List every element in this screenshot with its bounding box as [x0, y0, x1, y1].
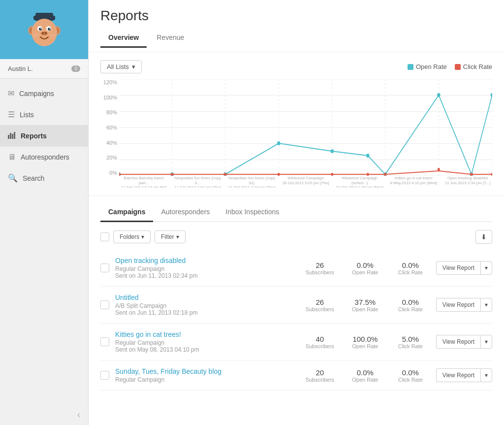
- open-rate-legend: Open Rate: [408, 63, 447, 70]
- sidebar: Austin L. 0 ✉ Campaigns ☰ Lists Reports …: [0, 0, 89, 425]
- sidebar-user[interactable]: Austin L. 0: [0, 59, 88, 79]
- row-checkbox-2[interactable]: [100, 337, 109, 346]
- subscribers-value-0: 26: [300, 261, 340, 269]
- list-tab-autoresponders[interactable]: Autoresponders: [153, 204, 218, 222]
- click-rate-label-1: Click Rate: [391, 306, 430, 312]
- open-rate-label-2: Open Rate: [346, 343, 385, 349]
- campaign-open-rate-3: 0.0% Open Rate: [346, 368, 385, 383]
- page-header: Reports Overview Revenue: [89, 0, 504, 52]
- svg-point-40: [277, 141, 281, 145]
- view-report-chevron-icon-1: ▾: [485, 301, 488, 308]
- all-lists-label: All Lists: [107, 63, 129, 70]
- view-report-main-0[interactable]: View Report: [436, 261, 480, 275]
- campaigns-icon: ✉: [8, 89, 14, 98]
- table-row: Open tracking disabled Regular Campaign …: [100, 250, 492, 287]
- open-rate-label: Open Rate: [416, 63, 447, 70]
- campaign-name-1[interactable]: Untitled: [115, 294, 294, 301]
- chart-y-labels: 120% 100% 80% 60% 40% 20% 0%: [100, 79, 119, 176]
- user-name: Austin L.: [8, 65, 33, 72]
- tab-overview[interactable]: Overview: [100, 30, 147, 48]
- campaign-type-2: Regular Campaign: [115, 339, 294, 346]
- download-button[interactable]: ⬇: [475, 230, 492, 244]
- open-rate-value-2: 100.0%: [346, 335, 385, 343]
- row-checkbox-0[interactable]: [100, 263, 109, 272]
- campaign-info-3: Sunday, Tues, Friday Becauty blog Regula…: [115, 367, 294, 383]
- filter-label: Filter: [161, 233, 174, 240]
- svg-point-14: [41, 32, 48, 35]
- svg-point-54: [438, 168, 440, 171]
- view-report-chevron-icon-2: ▾: [485, 338, 488, 345]
- chart-container: 120% 100% 80% 60% 40% 20% 0%: [100, 79, 492, 188]
- campaign-date-0: Sent on Jun 11, 2013 02:34 pm: [115, 272, 294, 279]
- subscribers-value-2: 40: [300, 335, 340, 343]
- campaign-subscribers-1: 26 Subscribers: [300, 298, 340, 312]
- reports-icon: [8, 131, 16, 141]
- view-report-main-3[interactable]: View Report: [436, 368, 480, 382]
- view-report-arrow-0[interactable]: ▾: [480, 261, 492, 275]
- page-title: Reports: [100, 8, 492, 24]
- row-checkbox-1[interactable]: [100, 300, 109, 309]
- sidebar-item-autoresponders[interactable]: 🖥 Autoresponders: [0, 147, 88, 167]
- open-rate-value-3: 0.0%: [346, 368, 385, 377]
- view-report-btn-1: View Report ▾: [436, 298, 492, 312]
- sidebar-nav: ✉ Campaigns ☰ Lists Reports 🖥 Autorespon…: [0, 79, 88, 405]
- click-rate-label-0: Click Rate: [391, 269, 430, 275]
- campaign-name-2[interactable]: Kitties go in cat trees!: [115, 330, 294, 338]
- subscribers-label-2: Subscribers: [300, 343, 340, 349]
- subscribers-label-0: Subscribers: [300, 269, 340, 275]
- tab-revenue[interactable]: Revenue: [149, 30, 192, 48]
- open-rate-dot: [408, 64, 413, 70]
- sidebar-item-campaigns[interactable]: ✉ Campaigns: [0, 83, 88, 104]
- click-rate-label-3: Click Rate: [391, 377, 430, 383]
- campaign-info-1: Untitled A/B Split Campaign Sent on Jun …: [115, 294, 294, 316]
- svg-rect-22: [14, 132, 15, 139]
- sidebar-item-label: Autoresponders: [21, 153, 69, 161]
- campaign-type-1: A/B Split Campaign: [115, 302, 294, 309]
- campaign-subscribers-2: 40 Subscribers: [300, 335, 340, 349]
- chart-legend: Open Rate Click Rate: [408, 63, 492, 70]
- svg-point-10: [39, 28, 42, 31]
- view-report-main-1[interactable]: View Report: [436, 298, 480, 312]
- campaign-name-0[interactable]: Open tracking disabled: [115, 257, 294, 264]
- list-toolbar: Folders ▾ Filter ▾ ⬇: [100, 230, 492, 244]
- folders-chevron-icon: ▾: [141, 233, 144, 240]
- sidebar-item-lists[interactable]: ☰ Lists: [0, 104, 88, 125]
- campaign-date-2: Sent on May 08, 2013 04:10 pm: [115, 346, 294, 353]
- sidebar-item-search[interactable]: 🔍 Search: [0, 167, 88, 189]
- svg-point-41: [331, 149, 334, 153]
- list-toolbar-left: Folders ▾ Filter ▾: [100, 230, 186, 243]
- folders-dropdown[interactable]: Folders ▾: [113, 230, 151, 243]
- filter-chevron-icon: ▾: [176, 233, 179, 240]
- campaign-click-rate-0: 0.0% Click Rate: [391, 261, 430, 275]
- sidebar-item-label: Lists: [20, 111, 34, 119]
- subscribers-label-1: Subscribers: [300, 306, 340, 312]
- lists-icon: ☰: [8, 110, 15, 119]
- campaign-name-3[interactable]: Sunday, Tues, Friday Becauty blog: [115, 367, 294, 375]
- all-lists-dropdown[interactable]: All Lists ▾: [100, 60, 142, 73]
- view-report-main-2[interactable]: View Report: [436, 335, 480, 349]
- view-report-chevron-icon-0: ▾: [485, 264, 488, 271]
- chart-section: All Lists ▾ Open Rate Click Rate 120% 10…: [89, 52, 504, 196]
- filter-dropdown[interactable]: Filter ▾: [155, 230, 186, 243]
- click-rate-label-2: Click Rate: [391, 343, 430, 349]
- view-report-chevron-icon-3: ▾: [485, 372, 488, 379]
- chart-x-labels: Batches Batchity batch part...14 Sep,201…: [119, 176, 492, 188]
- sidebar-item-label: Reports: [21, 132, 47, 140]
- campaign-click-rate-1: 0.0% Click Rate: [391, 298, 430, 312]
- campaign-info-0: Open tracking disabled Regular Campaign …: [115, 257, 294, 279]
- list-tab-inbox-inspections[interactable]: Inbox Inspections: [218, 204, 287, 222]
- view-report-btn-2: View Report ▾: [436, 335, 492, 349]
- svg-rect-20: [10, 133, 11, 139]
- click-rate-label: Click Rate: [463, 63, 492, 70]
- list-tab-campaigns[interactable]: Campaigns: [100, 204, 153, 222]
- row-checkbox-3[interactable]: [100, 371, 109, 380]
- view-report-arrow-3[interactable]: ▾: [480, 368, 492, 382]
- main-content: Reports Overview Revenue All Lists ▾ Ope…: [89, 0, 504, 425]
- view-report-arrow-2[interactable]: ▾: [480, 335, 492, 349]
- view-report-arrow-1[interactable]: ▾: [480, 298, 492, 312]
- svg-point-18: [50, 33, 56, 37]
- campaign-click-rate-3: 0.0% Click Rate: [391, 368, 430, 383]
- sidebar-collapse-button[interactable]: ‹: [0, 405, 88, 425]
- select-all-checkbox[interactable]: [100, 232, 109, 241]
- sidebar-item-reports[interactable]: Reports: [0, 125, 88, 147]
